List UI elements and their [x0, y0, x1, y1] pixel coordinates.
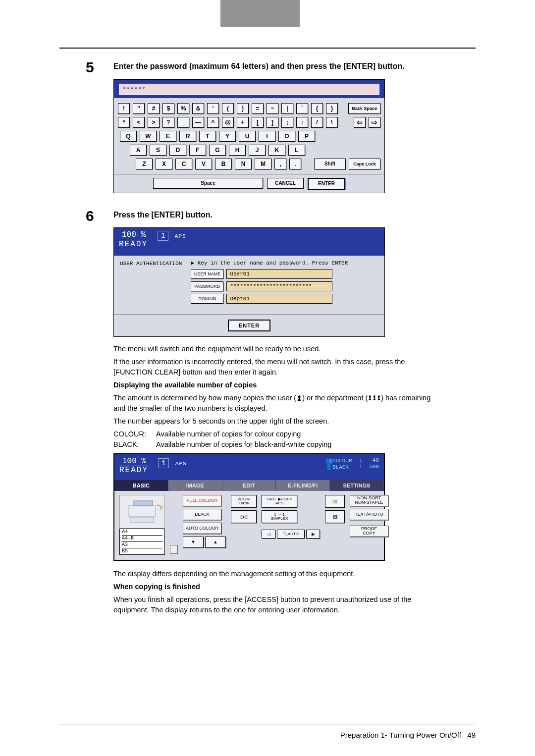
key-under[interactable]: _ [177, 117, 189, 128]
key-q[interactable]: Q [120, 131, 137, 142]
key-y[interactable]: Y [219, 131, 236, 142]
key-quote[interactable]: '' [133, 103, 145, 114]
key-t[interactable]: T [199, 131, 216, 142]
key-eq[interactable]: = [252, 103, 264, 114]
key-pipe[interactable]: | [281, 103, 293, 114]
tab-edit[interactable]: EDIT [222, 480, 276, 491]
key-amp[interactable]: & [192, 103, 204, 114]
tab-settings[interactable]: SETTINGS [330, 480, 384, 491]
key-lbrace[interactable]: { [311, 103, 323, 114]
key-c[interactable]: C [175, 159, 192, 169]
duplex-icon-button[interactable]: ▯▸▯ [231, 510, 257, 523]
paper-size-list[interactable]: A4 A4-R A3 B5 [119, 529, 165, 555]
key-arrow-right[interactable]: ⇨ [369, 117, 380, 128]
mode-icon-button[interactable]: 🖼 [325, 510, 345, 523]
key-lt[interactable]: < [133, 117, 145, 128]
key-rbrace[interactable]: } [326, 103, 338, 114]
key-tilde[interactable]: ~ [267, 103, 278, 114]
key-o[interactable]: O [278, 131, 295, 142]
key-v[interactable]: V [195, 159, 212, 169]
auth-enter-button[interactable]: ENTER [228, 320, 270, 331]
key-ast[interactable]: * [118, 117, 130, 128]
key-m[interactable]: M [255, 159, 271, 169]
nonsort-button[interactable]: NON-SORT NON-STAPLE [350, 495, 388, 506]
key-rbrack[interactable]: ] [267, 117, 278, 128]
auto-colour-button[interactable]: AUTO COLOUR [183, 523, 221, 534]
key-bslash[interactable]: \ [326, 117, 338, 128]
key-period[interactable]: . [289, 159, 301, 169]
key-i[interactable]: I [259, 131, 275, 142]
domain-field[interactable]: Dept01 [226, 294, 332, 304]
password-input[interactable]: ****** [119, 84, 379, 95]
key-capslock[interactable]: Caps Lock [349, 159, 380, 169]
tab-basic[interactable]: BASIC [114, 480, 168, 491]
enter-button[interactable]: ENTER [308, 178, 345, 190]
proof-copy-button[interactable]: PROOF COPY [350, 526, 388, 537]
down-button[interactable]: ▼ [183, 537, 204, 548]
key-hash[interactable]: # [148, 103, 160, 114]
cancel-button[interactable]: CANCEL [267, 178, 304, 189]
domain-button[interactable]: DOMAIN [191, 294, 223, 304]
tab-image[interactable]: IMAGE [168, 480, 222, 491]
tab-efiling[interactable]: E-FILING/FI [276, 480, 330, 491]
textphoto-button[interactable]: TEXT/PHOTO [350, 509, 388, 520]
key-n[interactable]: N [235, 159, 252, 169]
key-colon[interactable]: : [296, 117, 308, 128]
density-auto[interactable]: 🔍AUTO [277, 530, 305, 539]
key-g[interactable]: G [209, 145, 226, 156]
key-a[interactable]: A [130, 145, 147, 156]
simplex-button[interactable]: 1 → 1 SIMPLEX [262, 510, 297, 523]
key-apos[interactable]: ' [207, 103, 219, 114]
key-gt[interactable]: > [148, 117, 160, 128]
key-lbrack[interactable]: [ [252, 117, 264, 128]
key-backtick[interactable]: ` [296, 103, 308, 114]
black-button[interactable]: BLACK [183, 509, 221, 520]
density-left[interactable]: ◁ [262, 530, 275, 539]
key-k[interactable]: K [268, 145, 285, 156]
key-slash[interactable]: / [311, 117, 323, 128]
key-at[interactable]: @ [222, 117, 234, 128]
key-space[interactable]: Space [153, 178, 263, 189]
page-footer: Preparation 1- Turning Power On/Off 49 [340, 731, 476, 739]
password-field[interactable]: ************************* [226, 281, 332, 291]
key-s[interactable]: S [150, 145, 166, 156]
key-excl[interactable]: ! [118, 103, 130, 114]
key-d[interactable]: D [169, 145, 186, 156]
key-semi[interactable]: ; [281, 117, 293, 128]
key-j[interactable]: J [249, 145, 266, 156]
key-r[interactable]: R [179, 131, 196, 142]
key-comma[interactable]: , [274, 159, 286, 169]
key-l[interactable]: L [288, 145, 305, 156]
sort-icon-button[interactable]: ▯▯ [325, 495, 345, 508]
key-f[interactable]: F [189, 145, 206, 156]
key-x[interactable]: X [156, 159, 172, 169]
key-qm[interactable]: ? [162, 117, 174, 128]
key-e[interactable]: E [160, 131, 176, 142]
key-dash[interactable]: — [192, 117, 204, 128]
password-button[interactable]: PASSWORD [191, 281, 223, 291]
key-w[interactable]: W [140, 131, 157, 142]
density-right[interactable]: ▶ [306, 530, 320, 539]
closing-p1: The display differs depending on the man… [113, 569, 442, 579]
org-copy-button[interactable]: ORG. ▶COPY APS [262, 495, 297, 508]
key-rparen[interactable]: ) [237, 103, 249, 114]
key-percent[interactable]: % [177, 103, 189, 114]
key-dollar[interactable]: $ [162, 103, 174, 114]
key-u[interactable]: U [239, 131, 256, 142]
key-caret[interactable]: ^ [207, 117, 219, 128]
username-field[interactable]: User01 [226, 269, 332, 279]
key-p[interactable]: P [298, 131, 315, 142]
key-z[interactable]: Z [136, 159, 153, 169]
key-shift[interactable]: Shift [314, 159, 346, 169]
key-arrow-left[interactable]: ⇦ [354, 117, 366, 128]
zoom-button[interactable]: ZOOM 100% [231, 495, 257, 508]
key-h[interactable]: H [229, 145, 246, 156]
username-button[interactable]: USER NAME [191, 269, 223, 279]
key-lparen[interactable]: ( [222, 103, 234, 114]
auth-section-label: USER AUTHENTICATION [120, 260, 182, 306]
up-button[interactable]: ▲ [205, 537, 226, 548]
key-b[interactable]: B [215, 159, 232, 169]
key-plus[interactable]: + [237, 117, 249, 128]
full-colour-button[interactable]: FULL COLOUR [183, 495, 221, 506]
key-backspace[interactable]: Back Space [348, 103, 380, 114]
